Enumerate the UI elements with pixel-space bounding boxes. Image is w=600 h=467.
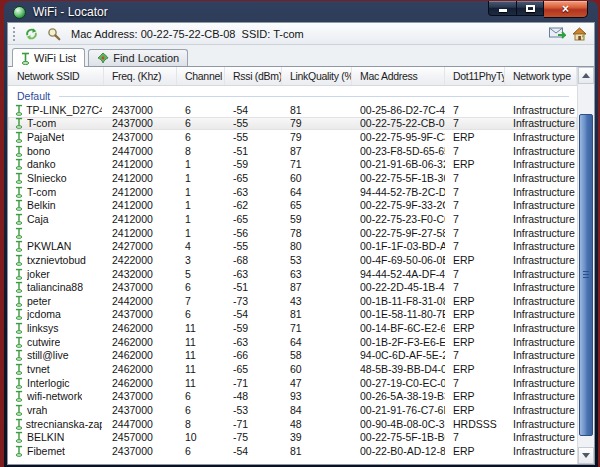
col-header-freq[interactable]: Freq. (Khz) xyxy=(104,67,177,85)
table-row[interactable]: Interlogic 2462000 11 -71 47 00-27-19-C0… xyxy=(8,376,577,390)
cell-link-quality: 59 xyxy=(282,213,352,225)
col-header-rssi[interactable]: Rssi (dBm) xyxy=(225,67,282,85)
cell-rssi: -65 xyxy=(225,363,282,375)
group-header-label: Default xyxy=(17,90,50,102)
table-row[interactable]: T-com 2437000 6 -55 79 00-22-75-22-CB-08… xyxy=(8,117,577,131)
col-header-dot11phytype[interactable]: Dot11PhyTy... xyxy=(445,67,505,85)
home-button[interactable] xyxy=(571,26,588,42)
table-row[interactable]: PajaNet 2437000 6 -55 79 00-22-75-95-9F-… xyxy=(8,130,577,144)
cell-link-quality: 81 xyxy=(282,308,352,320)
scroll-up-button[interactable] xyxy=(578,67,594,84)
table-row[interactable]: Caja 2412000 1 -65 59 00-22-75-23-F0-CC … xyxy=(8,212,577,226)
table-row[interactable]: TP-LINK_D27C46 2437000 6 -54 81 00-25-86… xyxy=(8,103,577,117)
tab-wifi-list[interactable]: WiFi List xyxy=(12,48,85,67)
cell-channel: 11 xyxy=(177,377,225,389)
col-header-link-quality[interactable]: LinkQuality (%) xyxy=(282,67,352,85)
cell-dot11phytype: 7 xyxy=(445,268,505,280)
cell-network-ssid: linksys xyxy=(8,322,104,334)
cell-link-quality: 48 xyxy=(282,418,352,430)
table-row[interactable]: Slniecko 2412000 1 -65 60 00-22-75-5F-1B… xyxy=(8,171,577,185)
cell-network-type: Infrastructure xyxy=(505,336,577,348)
cell-link-quality: 58 xyxy=(282,349,352,361)
cell-network-ssid: T-com xyxy=(8,117,104,129)
cell-network-type: Infrastructure xyxy=(505,268,577,280)
table-row[interactable]: BELKIN 2457000 10 -75 39 00-22-75-5F-1B-… xyxy=(8,430,577,444)
cell-rssi: -55 xyxy=(225,131,282,143)
antenna-icon xyxy=(15,404,23,416)
antenna-icon xyxy=(15,158,23,170)
minimize-icon xyxy=(499,9,507,12)
cell-network-ssid: Interlogic xyxy=(8,377,104,389)
table-row[interactable]: wifi-network 2437000 6 -48 93 00-26-5A-3… xyxy=(8,389,577,403)
toolbar: Mac Address: 00-22-75-22-CB-08 SSID: T-c… xyxy=(8,23,594,45)
table-row[interactable]: cutwire 2462000 11 -63 64 00-1B-2F-F3-E6… xyxy=(8,335,577,349)
toolbar-grip[interactable] xyxy=(13,27,16,41)
col-header-mac-address[interactable]: Mac Address xyxy=(352,67,445,85)
table-row[interactable]: 2412000 1 -56 78 00-22-75-9F-27-58 7 Inf… xyxy=(8,226,577,240)
send-mail-button[interactable] xyxy=(549,26,566,42)
cell-network-type: Infrastructure xyxy=(505,186,577,198)
antenna-icon xyxy=(15,104,22,116)
wifi-table: Network SSID Freq. (Khz) Channel Rssi (d… xyxy=(8,66,594,464)
cell-mac-address: 00-22-2D-45-1B-45 xyxy=(352,281,445,293)
table-row[interactable]: PKWLAN 2427000 4 -55 80 00-1F-1F-03-BD-A… xyxy=(8,239,577,253)
tab-find-location[interactable]: Find Location xyxy=(88,49,188,66)
cell-network-type: Infrastructure xyxy=(505,431,577,443)
table-row[interactable]: danko 2412000 1 -59 71 00-21-91-6B-06-32… xyxy=(8,158,577,172)
table-row[interactable]: bono 2447000 8 -51 87 00-23-F8-5D-65-65 … xyxy=(8,144,577,158)
cell-network-ssid: strecnianska-zapad xyxy=(8,418,104,430)
table-row[interactable]: peter 2442000 7 -73 43 00-1B-11-F8-31-08… xyxy=(8,294,577,308)
table-row[interactable]: jcdoma 2437000 6 -54 81 00-1E-58-11-80-7… xyxy=(8,308,577,322)
cell-dot11phytype: 7 xyxy=(445,227,505,239)
scrollbar-thumb[interactable] xyxy=(579,114,593,436)
cell-rssi: -66 xyxy=(225,349,282,361)
cell-mac-address: 00-22-75-23-F0-CC xyxy=(352,213,445,225)
group-header[interactable]: Default xyxy=(8,86,577,103)
cell-mac-address: 00-14-BF-6C-E2-67 xyxy=(352,322,445,334)
scroll-down-button[interactable] xyxy=(578,447,594,464)
table-row[interactable]: txznievtobud 2422000 3 -68 53 00-4F-69-5… xyxy=(8,253,577,267)
table-row[interactable]: T-com 2412000 1 -63 64 94-44-52-7B-2C-D4… xyxy=(8,185,577,199)
ssid-value: danko xyxy=(27,158,56,170)
table-row[interactable]: still@live 2462000 11 -66 58 94-0C-6D-AF… xyxy=(8,349,577,363)
table-row[interactable]: Fibemet 2437000 6 -54 81 00-22-B0-AD-12-… xyxy=(8,444,577,458)
table-row[interactable]: taliancina88 2437000 6 -51 87 00-22-2D-4… xyxy=(8,280,577,294)
search-button[interactable] xyxy=(45,26,62,42)
antenna-icon xyxy=(15,227,23,239)
cell-network-ssid: txznievtobud xyxy=(8,254,104,266)
table-row[interactable]: vrah 2437000 6 -53 84 00-21-91-76-C7-6E … xyxy=(8,403,577,417)
cell-freq: 2412000 xyxy=(104,172,177,184)
scrollbar-track[interactable] xyxy=(578,84,594,447)
table-row[interactable]: joker 2432000 5 -63 63 94-44-52-4A-DF-4C… xyxy=(8,267,577,281)
cell-mac-address: 00-1B-2F-F3-E6-E2 xyxy=(352,336,445,348)
table-row[interactable]: Belkin 2412000 1 -62 65 00-22-75-9F-33-2… xyxy=(8,198,577,212)
cell-link-quality: 53 xyxy=(282,254,352,266)
cell-freq: 2462000 xyxy=(104,363,177,375)
table-row[interactable]: linksys 2462000 11 -59 71 00-14-BF-6C-E2… xyxy=(8,321,577,335)
antenna-icon xyxy=(15,308,23,320)
minimize-button[interactable] xyxy=(488,1,517,16)
cell-freq: 2412000 xyxy=(104,213,177,225)
cell-channel: 11 xyxy=(177,336,225,348)
ssid-value: Slniecko xyxy=(27,172,67,184)
cell-freq: 2447000 xyxy=(104,418,177,430)
col-header-network-type[interactable]: Network type xyxy=(505,67,577,85)
cell-freq: 2457000 xyxy=(104,431,177,443)
col-header-channel[interactable]: Channel xyxy=(177,67,225,85)
cell-channel: 8 xyxy=(177,418,225,430)
cell-network-type: Infrastructure xyxy=(505,295,577,307)
window-content: Mac Address: 00-22-75-22-CB-08 SSID: T-c… xyxy=(8,23,594,464)
close-button[interactable]: × xyxy=(544,1,588,18)
cell-dot11phytype: ERP xyxy=(445,254,505,266)
table-row[interactable]: strecnianska-zapad 2447000 8 -71 48 00-9… xyxy=(8,417,577,431)
cell-network-ssid: Belkin xyxy=(8,199,104,211)
refresh-button[interactable] xyxy=(23,26,40,42)
titlebar[interactable]: WiFi - Locator × xyxy=(4,1,598,23)
col-header-network-ssid[interactable]: Network SSID xyxy=(8,67,104,85)
table-row[interactable]: tvnet 2462000 11 -65 60 48-5B-39-BB-D4-0… xyxy=(8,362,577,376)
cell-link-quality: 64 xyxy=(282,186,352,198)
antenna-icon xyxy=(15,363,23,375)
maximize-button[interactable] xyxy=(517,1,544,16)
antenna-icon xyxy=(15,431,23,443)
cell-mac-address: 00-26-5A-38-19-B3 xyxy=(352,390,445,402)
